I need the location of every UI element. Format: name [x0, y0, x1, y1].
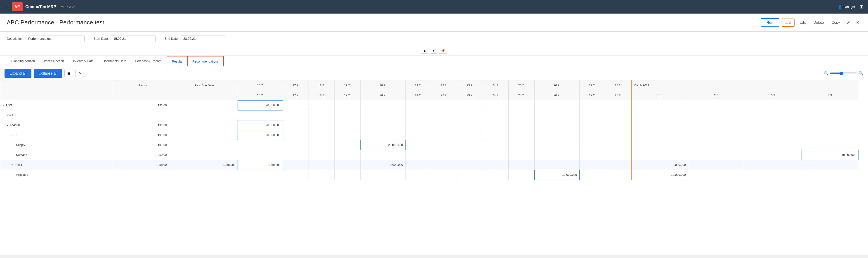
- col-header-282: 28.2.: [605, 80, 631, 90]
- row-cell-empty: [483, 150, 508, 160]
- tab-planning[interactable]: Planning horizon: [7, 56, 39, 66]
- row-cell-empty: [579, 130, 605, 140]
- row-cell-empty: [579, 150, 605, 160]
- row-cell-alloc-13: 19,000.000: [631, 170, 688, 180]
- run-button[interactable]: Run: [761, 18, 779, 27]
- description-label: Description:: [7, 37, 24, 40]
- description-input[interactable]: [26, 35, 85, 42]
- grid-icon[interactable]: ⊞: [860, 4, 864, 9]
- col-header-182: 18.2.: [309, 80, 335, 90]
- topbar: ← AE CompuTec MRP MRP Wizard 👤 manager ⊞: [0, 0, 868, 13]
- filter-button[interactable]: ☰: [64, 70, 73, 77]
- row-cell-empty: [360, 130, 405, 140]
- header-actions: Run ⚠ 2 Edit Delete Copy ⤢ ✕: [761, 18, 861, 27]
- main-content[interactable]: History Past Due Date 16.2. 17.2. 18.2. …: [0, 80, 868, 255]
- table-row: Demand 1,259.000 19,000.000: [0, 150, 859, 160]
- tab-recommendations[interactable]: Recommendations: [187, 56, 224, 66]
- row-cell-empty: [335, 140, 360, 150]
- row-label-supply: Supply: [0, 140, 114, 150]
- col-header-pastdue: Past Due Date: [170, 80, 238, 90]
- row-history-supply[interactable]: 191.000: [114, 140, 171, 150]
- row-cell-empty: [802, 110, 859, 120]
- row-cell-empty: [802, 130, 859, 140]
- tab-forecast[interactable]: Forecast & Recom.: [131, 56, 167, 66]
- row-cell-empty: [688, 110, 745, 120]
- row-history-code00[interactable]: 191.000: [114, 120, 171, 130]
- tabs-bar: Planning horizon Item Selection Inventor…: [0, 56, 868, 67]
- end-date-label: End Date:: [164, 37, 179, 40]
- row-cell-empty: [283, 130, 309, 140]
- row-cell-empty: [405, 160, 431, 170]
- tab-item[interactable]: Item Selection: [39, 56, 68, 66]
- row-cell-empty: [534, 150, 579, 160]
- close-button[interactable]: ✕: [854, 18, 861, 27]
- zoom-slider[interactable]: [830, 72, 857, 75]
- row-pastdue-allocated: [170, 170, 238, 180]
- col-header-242: 24.2.: [483, 80, 508, 90]
- copy-button[interactable]: Copy: [829, 19, 843, 26]
- warning-button[interactable]: ⚠ 2: [782, 19, 795, 27]
- row-cell-empty: [405, 110, 431, 120]
- back-button[interactable]: ←: [4, 4, 9, 9]
- row-cell-empty: [431, 120, 457, 130]
- table-row: Zinal: [0, 110, 859, 120]
- tab-documents[interactable]: Documents Data: [98, 56, 131, 66]
- row-cell-empty: [335, 170, 360, 180]
- row-label-zinal: Zinal: [0, 110, 114, 120]
- table-row: ▾ Stock -1,058.000 -1,058.000 -1,058.000…: [0, 160, 859, 170]
- row-cell-empty: [309, 120, 335, 130]
- row-cell-empty: [605, 110, 631, 120]
- row-cell-abc-262: [534, 100, 579, 110]
- row-cell-empty: [605, 170, 631, 180]
- row-history-01[interactable]: 191.000: [114, 130, 171, 140]
- zoom-out-button[interactable]: 🔍: [824, 71, 829, 76]
- row-cell-empty: [605, 160, 631, 170]
- row-cell-zinal-162: [238, 110, 283, 120]
- row-cell-empty: [631, 140, 688, 150]
- row-cell-empty: [605, 140, 631, 150]
- row-cell-empty: [605, 130, 631, 140]
- row-cell-abc-33: [745, 100, 802, 110]
- row-cell-empty: [431, 150, 457, 160]
- row-cell-empty: [431, 130, 457, 140]
- row-cell-empty: [309, 160, 335, 170]
- row-cell-empty: [405, 120, 431, 130]
- expand-all-button[interactable]: Expand all: [4, 69, 31, 78]
- row-cell-abc-212: [405, 100, 431, 110]
- start-date-input[interactable]: [111, 35, 156, 42]
- row-label-demand: Demand: [0, 150, 114, 160]
- refresh-button[interactable]: ↻: [75, 70, 84, 77]
- end-date-input[interactable]: [181, 35, 225, 42]
- edit-button[interactable]: Edit: [797, 19, 809, 26]
- row-history-demand[interactable]: 1,259.000: [114, 150, 171, 160]
- row-cell-empty: [483, 120, 508, 130]
- row-history-abc[interactable]: 191.000: [114, 100, 171, 110]
- row-cell-empty: [360, 110, 405, 120]
- row-cell-empty: [508, 170, 534, 180]
- tab-inventory[interactable]: Inventory Data: [68, 56, 98, 66]
- app-logo: AE: [12, 2, 23, 11]
- zoom-in-button[interactable]: 🔍: [859, 71, 864, 76]
- row-cell-empty: [688, 170, 745, 180]
- row-cell-empty: [534, 160, 579, 170]
- row-label-stock: ▾ Stock: [0, 160, 114, 170]
- maximize-button[interactable]: ⤢: [845, 18, 852, 27]
- row-cell-empty: [483, 140, 508, 150]
- row-cell-abc-282: [605, 100, 631, 110]
- row-cell-empty: [605, 120, 631, 130]
- row-history-zinal: [114, 110, 171, 120]
- pin-icon[interactable]: 📌: [439, 48, 447, 54]
- down-icon[interactable]: ▼: [430, 48, 437, 54]
- col-header-history: History: [114, 80, 171, 90]
- collapse-all-button[interactable]: Collapse all: [34, 69, 62, 78]
- tab-results[interactable]: Results: [167, 56, 187, 66]
- row-cell-empty: [431, 110, 457, 120]
- row-cell-empty: [688, 160, 745, 170]
- row-cell-abc-162: 20,058.000: [238, 100, 283, 110]
- row-cell-empty: [745, 120, 802, 130]
- row-cell-empty: [631, 150, 688, 160]
- row-cell-empty: [360, 150, 405, 160]
- delete-button[interactable]: Delete: [811, 19, 827, 26]
- up-icon[interactable]: ▲: [421, 48, 428, 54]
- row-cell-empty: [534, 140, 579, 150]
